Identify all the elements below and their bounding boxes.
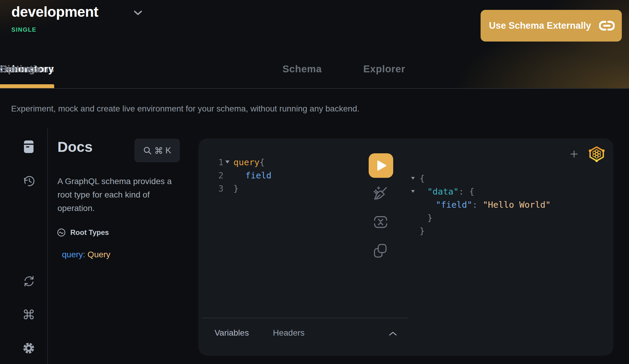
merge-fragments-icon[interactable] <box>373 216 388 228</box>
response-line: } <box>420 211 432 224</box>
json-punct: : { <box>459 186 474 197</box>
json-punct: { <box>420 173 425 183</box>
response-line: "field": "Hello World" <box>420 198 551 211</box>
collapse-triangle-icon[interactable] <box>411 190 415 193</box>
docs-book-icon[interactable] <box>23 140 34 154</box>
root-types-label: Root Types <box>70 228 109 237</box>
tab-schema[interactable]: Schema <box>282 63 322 88</box>
command-icon <box>155 146 163 155</box>
page-header: development SINGLE Use Schema Externally… <box>0 0 629 89</box>
keyboard-shortcuts-icon[interactable] <box>23 308 35 320</box>
search-shortcut-key: K <box>165 146 171 155</box>
json-punct: } <box>420 226 425 236</box>
docs-search-button[interactable]: K <box>134 139 180 162</box>
tab-variables[interactable]: Variables <box>215 328 249 338</box>
search-icon <box>143 146 152 155</box>
docs-description: A GraphQL schema provides a root type fo… <box>57 175 177 215</box>
root-types-section: Root Types <box>57 228 109 237</box>
root-types-icon <box>57 228 66 237</box>
refetch-schema-icon[interactable] <box>23 275 35 287</box>
add-tab-icon[interactable] <box>570 150 578 158</box>
close-brace: } <box>233 183 238 194</box>
hive-logo-icon[interactable] <box>588 146 605 162</box>
open-brace: { <box>259 157 265 167</box>
sidebar-divider <box>47 129 48 364</box>
tab-explorer[interactable]: Explorer <box>363 63 405 88</box>
chevron-up-icon[interactable] <box>388 331 397 336</box>
root-type-type-name[interactable]: Query <box>88 250 110 259</box>
docs-heading: Docs <box>57 139 92 155</box>
environment-badge: SINGLE <box>11 26 37 33</box>
code-line[interactable]: 2field <box>215 169 271 182</box>
page-subtitle: Experiment, mock and create live environ… <box>11 104 359 114</box>
code-line[interactable]: 3} <box>215 182 238 195</box>
response-line: "data": { <box>420 185 474 198</box>
link-icon <box>599 21 615 31</box>
chevron-down-icon[interactable] <box>133 10 142 16</box>
prettify-icon[interactable] <box>372 185 388 201</box>
json-value: "Hello World" <box>483 200 551 210</box>
use-schema-button-label: Use Schema Externally <box>489 20 591 31</box>
line-number: 1 <box>215 156 224 169</box>
json-key-field: "field" <box>436 200 472 210</box>
history-icon[interactable] <box>23 175 35 187</box>
settings-gear-icon[interactable] <box>22 342 35 354</box>
root-type-query-link[interactable]: query: Query <box>62 250 110 259</box>
line-number: 3 <box>215 182 224 195</box>
fold-triangle-icon[interactable] <box>225 160 230 163</box>
laboratory-page: development SINGLE Use Schema Externally… <box>0 0 629 364</box>
tab-settings[interactable]: Settings <box>0 63 41 88</box>
root-type-field-name: query <box>62 250 83 259</box>
code-line[interactable]: 1query{ <box>215 156 265 169</box>
use-schema-externally-button[interactable]: Use Schema Externally <box>481 10 622 42</box>
field-token: field <box>245 170 271 181</box>
line-number: 2 <box>215 169 224 182</box>
copy-icon[interactable] <box>373 243 387 258</box>
response-line: { <box>420 172 425 185</box>
json-punct: } <box>427 213 432 223</box>
page-title: development <box>11 4 98 20</box>
execute-query-button[interactable] <box>369 153 393 178</box>
tab-headers[interactable]: Headers <box>273 328 305 338</box>
root-type-separator: : <box>83 250 88 259</box>
collapse-triangle-icon[interactable] <box>411 177 415 180</box>
query-keyword: query <box>233 157 259 167</box>
response-line: } <box>420 224 425 238</box>
footer-divider <box>202 318 408 318</box>
json-key-data: "data" <box>427 186 459 197</box>
json-punct: : <box>472 200 483 210</box>
